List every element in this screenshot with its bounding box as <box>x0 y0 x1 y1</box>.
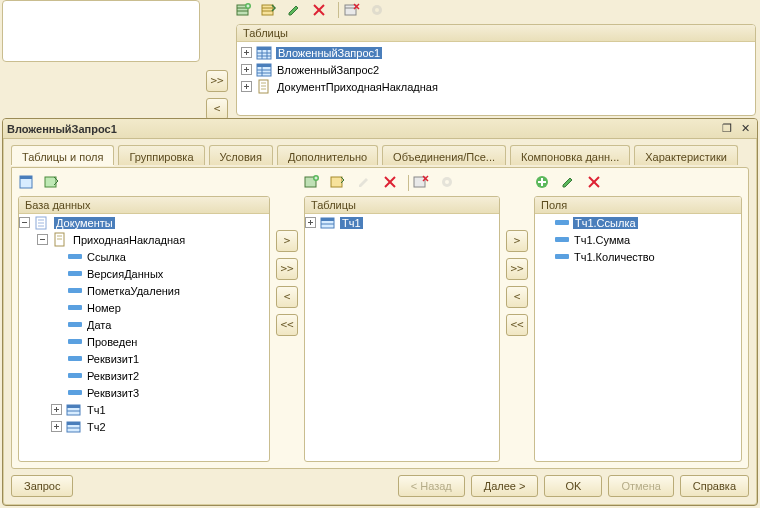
ok-button[interactable]: OK <box>544 475 602 497</box>
document-icon <box>52 232 68 248</box>
svg-rect-34 <box>45 177 56 187</box>
tree-item-label: ВложенныйЗапрос1 <box>276 47 382 59</box>
move-left-button[interactable]: < <box>506 286 528 308</box>
field-label: Проведен <box>86 336 138 348</box>
fields-toolbar <box>534 174 742 192</box>
delete-table-icon[interactable] <box>413 174 431 192</box>
field-label: Тч1.Сумма <box>573 234 631 246</box>
expand-icon[interactable] <box>241 47 252 58</box>
replace-table-icon[interactable] <box>330 174 348 192</box>
tab-tables-fields[interactable]: Таблицы и поля <box>11 145 114 165</box>
nested-query-window: ВложенныйЗапрос1 ❐ ✕ Таблицы и поля Груп… <box>2 118 758 506</box>
client-area: База данных Документы ПриходнаяНакладная… <box>11 167 749 469</box>
svg-rect-24 <box>257 64 271 67</box>
maximize-button[interactable]: ❐ <box>719 122 735 136</box>
resize-handle[interactable] <box>257 197 263 213</box>
tables-list[interactable]: Таблицы Тч1 <box>304 196 500 462</box>
field-label: Реквизит1 <box>86 353 140 365</box>
tab-additional[interactable]: Дополнительно <box>277 145 378 165</box>
field-label: Номер <box>86 302 122 314</box>
move-all-right-button[interactable]: >> <box>206 70 228 92</box>
field-icon <box>68 254 82 259</box>
tree-item-label: ДокументПриходнаяНакладная <box>276 81 439 93</box>
move-right-button[interactable]: > <box>276 230 298 252</box>
add-table-icon[interactable] <box>236 2 254 20</box>
svg-rect-46 <box>67 422 80 425</box>
field-label: Тч1.Количество <box>573 251 656 263</box>
move-left-button[interactable]: < <box>276 286 298 308</box>
edit-icon[interactable] <box>560 174 578 192</box>
button-bar: Запрос < Назад Далее > OK Отмена Справка <box>11 473 749 499</box>
move-all-left-button[interactable]: << <box>276 314 298 336</box>
move-all-left-button[interactable]: << <box>506 314 528 336</box>
tabstrip: Таблицы и поля Группировка Условия Допол… <box>3 139 757 167</box>
delete-icon[interactable] <box>382 174 400 192</box>
svg-point-59 <box>445 180 449 184</box>
cancel-button: Отмена <box>608 475 673 497</box>
help-button[interactable]: Справка <box>680 475 749 497</box>
tab-conditions[interactable]: Условия <box>209 145 273 165</box>
delete-table-icon[interactable] <box>344 2 362 20</box>
top-toolbar <box>236 2 391 20</box>
field-label: Дата <box>86 319 112 331</box>
svg-rect-33 <box>20 176 32 179</box>
move-right-button[interactable]: > <box>506 230 528 252</box>
close-button[interactable]: ✕ <box>737 122 753 136</box>
collapse-icon[interactable] <box>37 234 48 245</box>
expand-icon[interactable] <box>51 421 62 432</box>
fields-column: Поля Тч1.Ссылка Тч1.Сумма Тч1.Количество <box>534 174 742 462</box>
table-icon <box>256 45 272 61</box>
tables-toolbar <box>304 174 500 192</box>
fields-list[interactable]: Поля Тч1.Ссылка Тч1.Сумма Тч1.Количество <box>534 196 742 462</box>
tree-item[interactable]: ВложенныйЗапрос2 <box>241 61 751 78</box>
expand-icon[interactable] <box>241 64 252 75</box>
move-all-right-button[interactable]: >> <box>506 258 528 280</box>
tables-to-fields-buttons: > >> < << <box>506 230 528 336</box>
tab-grouping[interactable]: Группировка <box>118 145 204 165</box>
expand-icon[interactable] <box>305 217 316 228</box>
list-item[interactable]: Тч1 <box>305 214 499 231</box>
database-tree[interactable]: База данных Документы ПриходнаяНакладная… <box>18 196 270 462</box>
collapse-icon[interactable] <box>19 217 30 228</box>
top-area: Таблицы ВложенныйЗапрос1 ВложенныйЗапрос… <box>0 0 760 118</box>
titlebar: ВложенныйЗапрос1 ❐ ✕ <box>3 119 757 139</box>
top-left-blank-panel <box>2 0 200 62</box>
tables-column: Таблицы Тч1 <box>304 174 500 462</box>
move-all-right-button[interactable]: >> <box>276 258 298 280</box>
nested-query-icon[interactable] <box>18 174 36 192</box>
add-icon[interactable] <box>534 174 552 192</box>
top-move-buttons: >> < <box>206 70 228 120</box>
svg-rect-43 <box>67 405 80 408</box>
top-tables-tree[interactable]: ВложенныйЗапрос1 ВложенныйЗапрос2 Докуме… <box>237 42 755 97</box>
delete-icon[interactable] <box>586 174 604 192</box>
edit-icon[interactable] <box>286 2 304 20</box>
temp-table-icon[interactable] <box>44 174 62 192</box>
add-table-icon[interactable] <box>304 174 322 192</box>
database-toolbar <box>18 174 270 192</box>
tab-characteristics[interactable]: Характеристики <box>634 145 738 165</box>
query-button[interactable]: Запрос <box>11 475 73 497</box>
delete-icon[interactable] <box>311 2 329 20</box>
tpart-label: Тч1 <box>86 404 107 416</box>
table-part-icon <box>320 215 336 231</box>
tree-item[interactable]: ВложенныйЗапрос1 <box>241 44 751 61</box>
replace-table-icon[interactable] <box>261 2 279 20</box>
expand-icon[interactable] <box>241 81 252 92</box>
expand-icon[interactable] <box>51 404 62 415</box>
move-left-button[interactable]: < <box>206 98 228 120</box>
svg-rect-52 <box>331 177 342 187</box>
table-item-label: Тч1 <box>340 217 363 229</box>
field-label: Ссылка <box>86 251 127 263</box>
svg-rect-18 <box>257 47 271 50</box>
tab-unions[interactable]: Объединения/Псе... <box>382 145 506 165</box>
list-item[interactable]: Тч1.Сумма <box>535 231 741 248</box>
edit-icon <box>356 174 374 192</box>
tree-doc-label: ПриходнаяНакладная <box>72 234 186 246</box>
field-icon <box>68 305 82 310</box>
table-part-icon <box>66 419 82 435</box>
list-item[interactable]: Тч1.Ссылка <box>535 214 741 231</box>
next-button[interactable]: Далее > <box>471 475 539 497</box>
list-item[interactable]: Тч1.Количество <box>535 248 741 265</box>
tree-item[interactable]: ДокументПриходнаяНакладная <box>241 78 751 95</box>
tab-layout[interactable]: Компоновка данн... <box>510 145 630 165</box>
